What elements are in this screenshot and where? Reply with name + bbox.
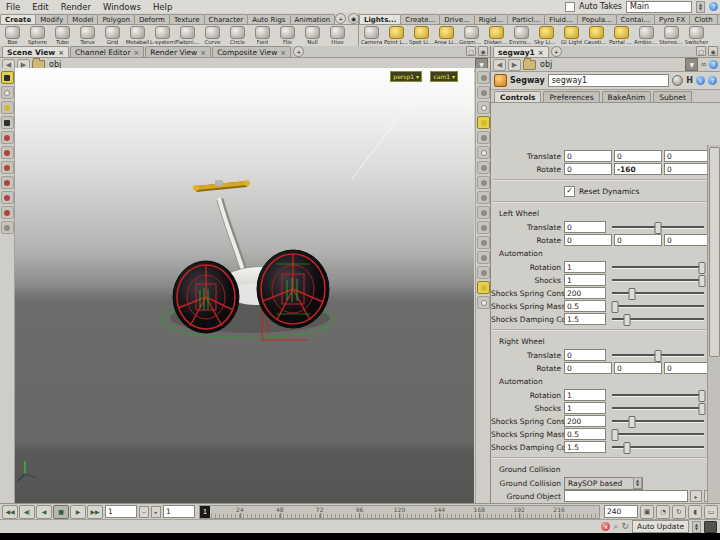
shelf-tab-pyro-fx[interactable]: Pyro FX (654, 14, 690, 24)
shelf-tool-ambient-li[interactable]: Ambient Li... (634, 25, 659, 46)
tab-composite-view[interactable]: Composite View× (212, 46, 291, 57)
param-field-shocks-spring-mass[interactable]: 0.5 (564, 300, 606, 312)
param-slider-shocks-damping-co[interactable] (612, 314, 704, 324)
param-field-rotate-2[interactable]: 0 (664, 163, 708, 175)
param-tab-controls[interactable]: Controls (494, 91, 541, 102)
houdini-expression-button[interactable]: H (686, 76, 693, 85)
jump-to-end-button[interactable]: ▶▶ (87, 505, 103, 519)
param-tab-preferences[interactable]: Preferences (543, 91, 599, 102)
folder-icon[interactable] (523, 60, 536, 70)
menu-help[interactable]: Help (147, 2, 178, 12)
tab-segway1[interactable]: segway1 × (493, 46, 549, 57)
realtime-toggle-icon[interactable]: ◔ (656, 505, 670, 519)
shelf-tool-box[interactable]: Box (0, 25, 25, 46)
shade-circle-icon[interactable] (477, 101, 490, 114)
param-field-shocks-spring-cons[interactable]: 200 (564, 287, 606, 299)
shelf-tab-animation[interactable]: Animation (290, 14, 336, 24)
shelf-tab-create[interactable]: Create (0, 14, 36, 24)
back-icon[interactable]: ◀ (493, 59, 506, 71)
param-field-shocks-damping-co[interactable]: 1.5 (564, 441, 606, 453)
auto-takes-checkbox[interactable] (565, 2, 575, 12)
maximize-pane-icon[interactable]: ▢ (696, 46, 706, 56)
shelf-tool-caustic-lig[interactable]: Caustic Lig... (584, 25, 609, 46)
param-select-ground-collision[interactable]: RaySOP based▲▼ (564, 477, 643, 490)
slider-handle[interactable] (623, 314, 630, 326)
menu-edit[interactable]: Edit (26, 2, 54, 12)
shelf-tool-gi-light[interactable]: GI Light (559, 25, 584, 46)
shelf-tool-circle[interactable]: Circle (225, 25, 250, 46)
normals-display-icon[interactable] (477, 191, 490, 204)
shelf-tool-hive[interactable]: Hive (325, 25, 350, 46)
shelf-tab-rigid[interactable]: Rigid... (474, 14, 508, 24)
slider-handle[interactable] (611, 301, 618, 313)
node-chooser-icon[interactable]: ▸ (690, 490, 702, 502)
frame-increment-field[interactable]: 1 (163, 505, 195, 518)
path-history-icon[interactable]: ▼ (685, 58, 698, 71)
shelf-tab-contai[interactable]: Contai... (616, 14, 655, 24)
auto-update-spinner-icon[interactable]: ▲▼ (692, 521, 701, 533)
shelf-tool-file[interactable]: File (275, 25, 300, 46)
shelf-tool-l-system[interactable]: L-system (150, 25, 175, 46)
viewport-badge-persp1[interactable]: persp1 ▾ (390, 71, 422, 82)
previous-frame-button[interactable]: ◀| (19, 505, 35, 519)
jump-to-start-button[interactable]: ◀◀ (2, 505, 18, 519)
param-slider-rotation[interactable] (612, 262, 704, 272)
shelf-tab-deform[interactable]: Deform (134, 14, 170, 24)
snap-grid-icon[interactable] (477, 236, 490, 249)
shelf-tool-grid[interactable]: Grid (100, 25, 125, 46)
close-icon[interactable]: × (200, 49, 206, 57)
path-text[interactable]: obj (538, 60, 552, 69)
shelf-tab-drive[interactable]: Drive... (439, 14, 474, 24)
shelf-tool-switcher[interactable]: Switcher (684, 25, 709, 46)
param-field-shocks-damping-co[interactable]: 1.5 (564, 313, 606, 325)
add-shelf-icon[interactable]: + (335, 13, 346, 24)
group-list-icon[interactable] (477, 296, 490, 309)
param-slider-translate[interactable] (612, 222, 704, 232)
param-slider-rotation[interactable] (612, 390, 704, 400)
gear-options-tool[interactable] (1, 221, 14, 234)
shelf-tool-environme[interactable]: Environme... (509, 25, 534, 46)
snap-multi-icon[interactable] (477, 251, 490, 264)
param-field-rotate-1[interactable]: 0 (614, 362, 662, 374)
spinner-icon[interactable]: ▲▼ (633, 477, 642, 489)
profiles-display-icon[interactable] (477, 206, 490, 219)
shelf-tool-point-light[interactable]: Point Light (384, 25, 409, 46)
shelf-tool-spot-light[interactable]: Spot Light (409, 25, 434, 46)
maximize-pane-icon[interactable]: ▢ (466, 46, 476, 56)
shelf-tab-particl[interactable]: Particl... (507, 14, 545, 24)
pane-menu-icon[interactable]: ◉ (708, 46, 718, 56)
param-slider-shocks-spring-mass[interactable] (612, 301, 704, 311)
shelf-tool-platonic-so[interactable]: Platonic So... (175, 25, 200, 46)
timeline[interactable]: 24487296120144168192216 1 (199, 505, 600, 519)
dynamics-tool[interactable] (1, 206, 14, 219)
shelf-tool-distant-light[interactable]: Distant Light (484, 25, 509, 46)
reference-grid-icon[interactable] (477, 281, 490, 294)
param-tab-subnet[interactable]: Subnet (653, 91, 692, 102)
param-field-rotate-1[interactable]: -160 (614, 163, 662, 175)
param-field-rotate-0[interactable]: 0 (564, 234, 612, 246)
param-field-rotate-0[interactable]: 0 (564, 362, 612, 374)
param-field-ground-object[interactable] (564, 490, 688, 502)
shelf-tool-portal-light[interactable]: Portal Light (609, 25, 634, 46)
shelf-tool-font[interactable]: Font (250, 25, 275, 46)
camera-lock-icon[interactable] (477, 86, 490, 99)
param-slider-shocks[interactable] (612, 275, 704, 285)
slider-handle[interactable] (655, 222, 662, 234)
stop-button[interactable]: ■ (53, 505, 69, 519)
pan-view-tool[interactable] (1, 86, 14, 99)
menu-render[interactable]: Render (55, 2, 97, 12)
param-field-translate-0[interactable]: 0 (564, 150, 612, 162)
shelf-tab-texture[interactable]: Texture (169, 14, 205, 24)
decrement-icon[interactable]: − (139, 506, 149, 518)
shelf-tool-null[interactable]: Null (300, 25, 325, 46)
slider-handle[interactable] (699, 403, 706, 415)
increment-icon[interactable]: ▸ (151, 506, 161, 518)
shelf-tool-area-light[interactable]: Area Light (434, 25, 459, 46)
rotate-handle-tool[interactable] (1, 146, 14, 159)
translate-handle-tool[interactable] (1, 131, 14, 144)
param-tab-bakeanim[interactable]: BakeAnim (602, 91, 652, 102)
node-info-icon[interactable]: i (696, 76, 705, 85)
shelf-tool-sky-light[interactable]: Sky Light (534, 25, 559, 46)
shelf-tab-popula[interactable]: Popula... (577, 14, 617, 24)
shelf-tab-lights[interactable]: Lights... (359, 14, 401, 24)
